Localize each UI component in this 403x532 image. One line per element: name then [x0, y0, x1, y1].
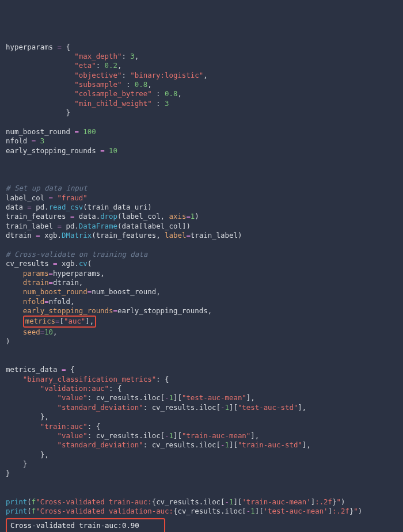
comment: # Set up data input [6, 184, 88, 192]
var: early_stopping_rounds [6, 146, 96, 155]
code-block[interactable]: hyperparams = { "max_depth": 3, "eta": 0… [6, 43, 397, 533]
index: 1 [169, 393, 173, 402]
output-line: Cross-validated train-auc:0.90 [10, 521, 139, 530]
print-call: print [6, 507, 27, 515]
var: nfold [6, 136, 27, 145]
comment: # Cross-validate on training data [6, 250, 147, 259]
var: num_boost_round [6, 127, 70, 136]
highlight-metrics: metrics=["auc"], [23, 316, 96, 327]
var: hyperparams [6, 43, 53, 51]
highlight-output: Cross-validated train-auc:0.90 Cross-val… [6, 518, 165, 532]
print-call: print [6, 497, 27, 506]
